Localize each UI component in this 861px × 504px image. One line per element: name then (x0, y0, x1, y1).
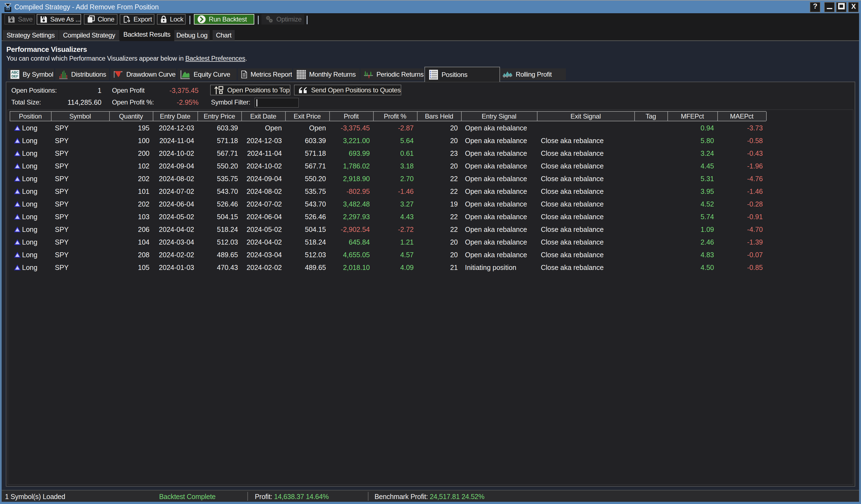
svg-text:ABC: ABC (11, 70, 19, 74)
svg-text:?: ? (813, 2, 817, 10)
svg-text:X: X (851, 2, 856, 10)
svg-text:DEF: DEF (12, 74, 18, 78)
